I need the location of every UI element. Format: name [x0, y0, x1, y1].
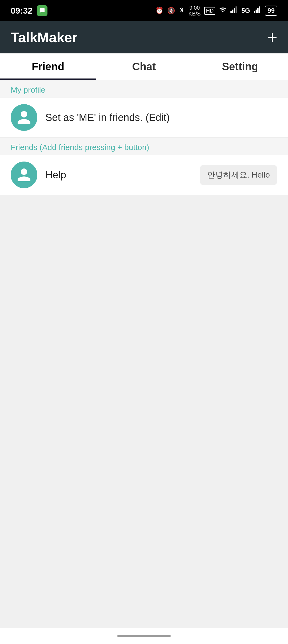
alarm-icon: ⏰	[155, 7, 163, 14]
last-message-text: 안녕하세요. Hello	[207, 170, 270, 179]
friend-person-icon	[16, 167, 32, 183]
person-icon	[16, 109, 32, 125]
status-left: 09:32	[11, 5, 47, 16]
friend-name: Help	[45, 169, 192, 181]
network-speed: 9.00KB/S	[189, 5, 201, 17]
app-bar: TalkMaker +	[0, 21, 288, 53]
add-button[interactable]: +	[267, 29, 277, 46]
last-message-bubble: 안녕하세요. Hello	[200, 165, 277, 185]
message-icon	[37, 5, 47, 16]
my-profile-item[interactable]: Set as 'ME' in friends. (Edit)	[0, 98, 288, 138]
tab-bar: Friend Chat Setting	[0, 53, 288, 80]
friend-avatar	[11, 162, 37, 188]
my-profile-section-header: My profile	[0, 80, 288, 98]
signal-bars	[230, 6, 238, 15]
svg-rect-2	[234, 8, 235, 13]
svg-rect-7	[259, 6, 261, 13]
status-right: ⏰ 🔇 9.00KB/S HD 5G	[155, 5, 277, 17]
my-profile-avatar	[11, 104, 37, 131]
tab-setting[interactable]: Setting	[192, 53, 288, 80]
home-indicator	[117, 635, 171, 637]
tab-friend[interactable]: Friend	[0, 53, 96, 80]
friend-item[interactable]: Help 안녕하세요. Hello	[0, 155, 288, 195]
svg-rect-3	[236, 6, 237, 13]
svg-rect-4	[254, 11, 255, 13]
bluetooth-icon	[179, 7, 185, 14]
content-area: My profile Set as 'ME' in friends. (Edit…	[0, 80, 288, 195]
svg-rect-6	[257, 8, 259, 13]
my-profile-name: Set as 'ME' in friends. (Edit)	[45, 112, 277, 123]
friends-label: Friends (Add friends pressing + button)	[11, 143, 149, 152]
bottom-bar	[0, 628, 288, 644]
tab-chat[interactable]: Chat	[96, 53, 192, 80]
app-title: TalkMaker	[11, 29, 78, 45]
signal-bars-2	[254, 6, 261, 15]
mute-icon: 🔇	[167, 7, 175, 14]
friends-section-header: Friends (Add friends pressing + button)	[0, 138, 288, 155]
status-time: 09:32	[11, 6, 33, 16]
svg-rect-1	[232, 10, 234, 13]
my-profile-label: My profile	[11, 85, 45, 94]
battery-indicator: 99	[265, 6, 277, 16]
svg-rect-5	[256, 10, 257, 13]
status-bar: 09:32 ⏰ 🔇 9.00KB/S HD	[0, 0, 288, 21]
wifi-icon	[219, 6, 226, 15]
5g-label: 5G	[241, 7, 250, 14]
hd-badge: HD	[204, 7, 215, 15]
svg-rect-0	[230, 11, 232, 13]
